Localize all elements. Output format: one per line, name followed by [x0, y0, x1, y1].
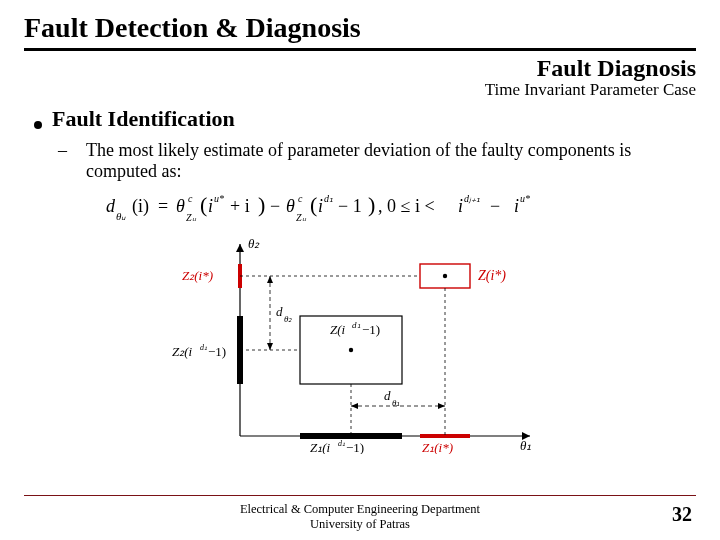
slide-subtitle-caption: Time Invariant Parameter Case	[24, 80, 696, 100]
svg-text:θᵤ: θᵤ	[116, 210, 126, 222]
svg-text:+ i: + i	[230, 196, 250, 216]
svg-text:(: (	[310, 192, 317, 217]
svg-text:Z₂(i: Z₂(i	[172, 344, 193, 359]
svg-text:Z(i*): Z(i*)	[478, 268, 506, 284]
dash-icon: –	[72, 140, 86, 161]
svg-text:Zᵤ: Zᵤ	[186, 212, 197, 223]
svg-text:c: c	[298, 193, 303, 204]
slide-subtitle: Fault Diagnosis	[24, 55, 696, 82]
svg-text:Z₁(i: Z₁(i	[310, 440, 331, 454]
bullet-level2: –The most likely estimate of parameter d…	[72, 140, 676, 182]
svg-marker-50	[267, 276, 273, 283]
svg-text:i: i	[208, 196, 213, 216]
svg-text:Z(i: Z(i	[330, 322, 346, 337]
svg-marker-56	[438, 403, 445, 409]
svg-text:u*: u*	[214, 193, 224, 204]
footer-rule	[24, 495, 696, 496]
footer-line1: Electrical & Computer Engineering Depart…	[0, 502, 720, 517]
svg-text:−1): −1)	[362, 322, 380, 337]
svg-text:− 1: − 1	[338, 196, 362, 216]
bullet-level1-text: Fault Identification	[52, 106, 235, 132]
svg-text:d₁: d₁	[324, 193, 333, 204]
svg-text:(: (	[200, 192, 207, 217]
slide-title: Fault Detection & Diagnosis	[24, 12, 696, 48]
svg-point-38	[349, 348, 353, 352]
svg-text:d₁: d₁	[200, 343, 207, 352]
svg-marker-30	[236, 244, 244, 252]
svg-text:u*: u*	[520, 193, 530, 204]
svg-text:): )	[258, 192, 265, 217]
svg-text:, 0 ≤ i <: , 0 ≤ i <	[378, 196, 435, 216]
formula: d θᵤ (i) = θ c Zᵤ ( i u* + i ) − θ c Zᵤ …	[24, 188, 696, 232]
diagram: θ₂ θ₁ Z(i d₁ −1) Z(i*)	[170, 236, 550, 458]
svg-text:d: d	[276, 304, 283, 319]
svg-text:=: =	[158, 196, 168, 216]
title-rule	[24, 48, 696, 51]
page-number: 32	[672, 503, 692, 526]
svg-text:i: i	[514, 196, 519, 216]
svg-text:d: d	[384, 388, 391, 403]
svg-text:−: −	[490, 196, 500, 216]
svg-text:−1): −1)	[346, 440, 364, 454]
svg-text:i: i	[318, 196, 323, 216]
svg-text:i: i	[458, 196, 463, 216]
svg-text:(i): (i)	[132, 196, 149, 217]
bullet-dot-icon	[34, 121, 42, 129]
svg-text:θ₁: θ₁	[520, 438, 531, 453]
svg-text:d₁: d₁	[352, 320, 361, 330]
svg-text:dⱼ₊₁: dⱼ₊₁	[464, 193, 480, 204]
footer-line2: University of Patras	[0, 517, 720, 532]
svg-text:θ: θ	[176, 196, 185, 216]
svg-text:d: d	[106, 196, 116, 216]
svg-text:−: −	[270, 196, 280, 216]
svg-text:θ₂: θ₂	[248, 236, 260, 251]
bullet-level2-text: The most likely estimate of parameter de…	[86, 140, 631, 181]
bullet-level1: Fault Identification	[34, 106, 696, 132]
svg-text:d₁: d₁	[338, 439, 345, 448]
svg-point-43	[443, 274, 447, 278]
svg-text:θ₂: θ₂	[284, 314, 292, 324]
svg-text:θ: θ	[286, 196, 295, 216]
svg-text:Z₁(i*): Z₁(i*)	[422, 440, 453, 454]
svg-text:): )	[368, 192, 375, 217]
svg-text:θ₁: θ₁	[392, 398, 400, 408]
svg-text:c: c	[188, 193, 193, 204]
svg-marker-55	[351, 403, 358, 409]
svg-text:Zᵤ: Zᵤ	[296, 212, 307, 223]
svg-marker-51	[267, 343, 273, 350]
svg-text:−1): −1)	[208, 344, 226, 359]
footer: Electrical & Computer Engineering Depart…	[0, 502, 720, 532]
svg-text:Z₂(i*): Z₂(i*)	[182, 268, 213, 283]
